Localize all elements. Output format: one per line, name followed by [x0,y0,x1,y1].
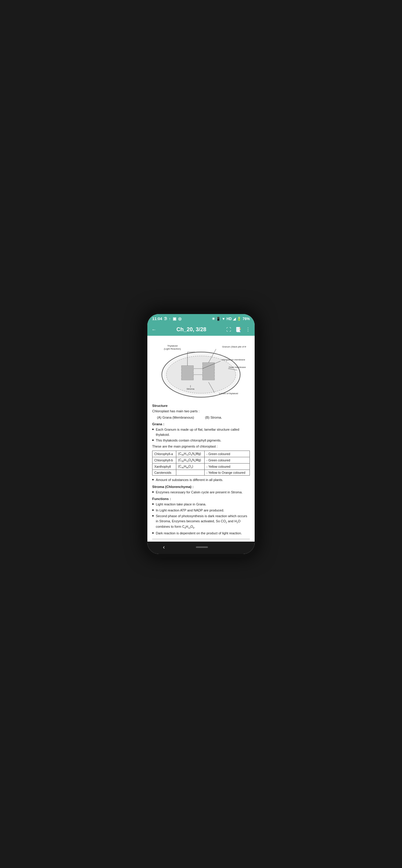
tablet-icon: ▣ [173,316,176,321]
structure-text: Chloroplast has main two parts : [152,409,250,414]
table-row: Chlorophyll-b (C55H70O6N4Mg) - Green col… [153,457,250,464]
svg-rect-8 [203,366,215,368]
svg-rect-12 [203,378,215,380]
pigment-formula [176,470,205,475]
pigment-color: - Green coloured [205,451,250,457]
hd-badge: HD [227,317,232,321]
function-bullet-4: Dark reaction is dependent on the produc… [152,531,250,536]
pigment-formula: (C55H72O5N4Mg) [176,451,205,457]
svg-text:Thylakoid: Thylakoid [167,344,178,347]
parts-row: (A) Grana (Membranous) (B) Stroma. [157,415,250,420]
content-area[interactable]: Thylakoid (Light Reaction) Granum (Stack… [147,336,255,541]
status-left: 11:04 ℬ ↑ ▣ ◎ [152,316,181,321]
pigment-name: Xanthophyll [153,464,176,470]
chloroplast-diagram: Thylakoid (Light Reaction) Granum (Stack… [152,340,250,401]
home-pill[interactable] [196,547,208,548]
signal-bars-icon: ◢ [233,317,236,321]
pigment-color: - Yellow to Orange coloured [205,470,250,475]
pigment-color: - Green coloured [205,457,250,464]
chloroplast-svg: Thylakoid (Light Reaction) Granum (Stack… [156,340,246,400]
pigment-intro: These are the main pigments of chloropla… [152,444,250,449]
msg-icon: ℬ [164,316,167,321]
pigment-name: Chlorophyll-b [153,457,176,464]
toolbar: ← Ch_20, 3/28 ⛶ 📑 ⋮ [147,323,255,336]
table-row: Carotenoids - Yellow to Orange coloured [153,470,250,475]
svg-rect-4 [181,372,193,374]
hotspot-icon: ◎ [178,316,181,321]
table-row: Xanthophyll (C40H56O2) - Yellow coloured [153,464,250,470]
bullet-dot [152,439,154,441]
phone-frame: 11:04 ℬ ↑ ▣ ◎ ✳ 📳 ▼ HD ◢ 🔋 76% ← Ch_20, … [144,310,258,558]
signal-icon: ▼ [222,317,225,321]
vibrate-icon: 📳 [216,317,221,321]
battery-percent: 76% [243,317,250,321]
svg-text:Stroma: Stroma [187,388,194,390]
svg-text:Granum (Stack pile of thylakoi: Granum (Stack pile of thylakoids) [222,345,246,348]
bullet-dot [152,532,154,534]
bullet-dot [152,491,154,493]
bullet-dot [152,503,154,505]
pigment-formula: (C40H56O2) [176,464,205,470]
status-right: ✳ 📳 ▼ HD ◢ 🔋 76% [212,317,250,321]
page-title: Ch_20, 3/28 [160,327,223,333]
expand-button[interactable]: ⛶ [226,327,231,333]
svg-text:Lumen of thylakoid: Lumen of thylakoid [219,392,238,395]
function-bullet-1: Light reaction take place in Grana. [152,502,250,507]
stroma-heading: Stroma (Chlorenchyma) : [152,485,250,489]
part-b: (B) Stroma. [205,415,222,419]
stroma-text: Enzymes necessary for Calvin cycle are p… [156,490,243,495]
bluetooth-icon: ✳ [212,317,215,321]
page-divider [152,539,250,539]
pigment-name: Chlorophyll-a [153,451,176,457]
more-menu-button[interactable]: ⋮ [246,327,250,333]
grana-bullet-2: This thylakoids contain chlorophyll pigm… [152,438,250,443]
svg-rect-6 [181,378,193,380]
time-display: 11:04 [152,316,162,321]
back-button[interactable]: ← [152,327,156,333]
svg-rect-2 [181,366,193,368]
svg-text:Outer membrane: Outer membrane [229,366,246,369]
phone-screen: 11:04 ℬ ↑ ▣ ◎ ✳ 📳 ▼ HD ◢ 🔋 76% ← Ch_20, … [147,314,255,554]
svg-rect-11 [203,375,215,377]
grana-bullet-1: Each Granum is made up of flat, lamellar… [152,427,250,437]
pigment-table: Chlorophyll-a (C55H72O5N4Mg) - Green col… [152,451,250,475]
function-bullet-2: In Light reaction ATP and NADP are produ… [152,508,250,513]
pigment-name: Carotenoids [153,470,176,475]
svg-rect-3 [181,369,193,371]
bullet-dot [152,479,154,480]
battery-icon: 🔋 [237,317,241,321]
toolbar-icons: ⛶ 📑 ⋮ [226,327,250,333]
function-bullet-3: Second phase of photosynthesis is dark r… [152,514,250,530]
svg-text:(Light Reaction): (Light Reaction) [164,347,181,350]
svg-rect-7 [203,363,215,365]
svg-text:Intergranum membrane: Intergranum membrane [221,358,245,361]
bottom-navigation: ‹ [147,541,255,554]
svg-rect-9 [203,369,215,371]
svg-rect-10 [203,372,215,374]
bookmark-button[interactable]: 📑 [235,327,241,333]
grana-heading: Grana : [152,422,250,426]
functions-heading: Functions : [152,497,250,501]
status-bar: 11:04 ℬ ↑ ▣ ◎ ✳ 📳 ▼ HD ◢ 🔋 76% [147,314,255,323]
amount-note: Amount of substances is different in all… [152,477,250,483]
back-nav-button[interactable]: ‹ [163,544,165,550]
pigment-color: - Yellow coloured [205,464,250,470]
bullet-dot [152,509,154,511]
pigment-formula: (C55H70O6N4Mg) [176,457,205,464]
stroma-bullet: Enzymes necessary for Calvin cycle are p… [152,490,250,495]
part-a: (A) Grana (Membranous) [157,415,194,419]
svg-rect-5 [181,375,193,377]
bullet-dot [152,515,154,517]
structure-heading: Structure [152,404,250,407]
upload-icon: ↑ [169,316,171,321]
bullet-dot [152,429,154,430]
amount-text: Amount of substances is different in all… [156,477,223,483]
table-row: Chlorophyll-a (C55H72O5N4Mg) - Green col… [153,451,250,457]
